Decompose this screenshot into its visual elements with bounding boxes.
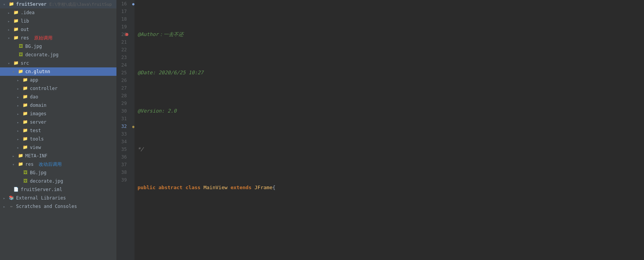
- code-area: 16 17 18 19 20 21 22 23 24 25 26 27 28 2…: [117, 0, 644, 260]
- scratches-label: Scratches and Consoles: [16, 204, 115, 209]
- sidebar-item-idea[interactable]: 📁 .idea: [0, 8, 116, 17]
- app-label: app: [30, 77, 115, 83]
- dao-label: dao: [30, 94, 115, 100]
- folder-icon-res-bottom: 📁: [18, 161, 24, 167]
- ln-27: 27: [117, 84, 129, 92]
- ln-35: 35: [117, 146, 129, 153]
- sidebar-item-src[interactable]: 📁 src: [0, 59, 116, 67]
- sidebar-item-app[interactable]: 📁 app: [0, 76, 116, 84]
- folder-icon-domain: 📁: [22, 102, 28, 108]
- code-line-19: */: [138, 146, 644, 153]
- arrow-tools: [17, 137, 22, 141]
- ln-21: 21: [117, 38, 129, 46]
- arrow-out: [8, 28, 13, 32]
- arrow-meta-inf: [12, 154, 18, 158]
- folder-icon-server: 📁: [22, 119, 28, 125]
- folder-icon-view: 📁: [22, 144, 28, 150]
- sidebar-item-scratches[interactable]: ✏️ Scratches and Consoles: [0, 202, 116, 211]
- sidebar-item-out[interactable]: 📁 out: [0, 25, 116, 34]
- ln-19: 19: [117, 23, 129, 31]
- folder-icon-idea: 📁: [13, 10, 19, 16]
- scratch-icon: ✏️: [8, 203, 15, 209]
- decorate-bottom-label: decorate.jpg: [30, 178, 115, 184]
- sidebar-item-decorate-bottom[interactable]: 🖼 decorate.jpg: [0, 177, 116, 185]
- file-tree[interactable]: 📁 fruitServer E:\学校\成品\Java\fruitSup 📁 .…: [0, 0, 117, 260]
- ln-22: 22: [117, 46, 129, 54]
- code-content[interactable]: @Author：一去不还 @Date: 2020/6/25 10:27 @Ver…: [134, 0, 644, 260]
- sidebar-item-iml[interactable]: 📄 fruitServer.iml: [0, 185, 116, 194]
- res-top-label: res 原始调用: [21, 35, 115, 41]
- arrow-lib: [8, 19, 13, 23]
- sidebar-item-lib[interactable]: 📁 lib: [0, 17, 116, 25]
- arrow-res-top: [8, 36, 13, 40]
- domain-label: domain: [30, 103, 115, 108]
- folder-icon-tools: 📁: [22, 136, 28, 142]
- sidebar-item-controller[interactable]: 📁 controller: [0, 84, 116, 93]
- sidebar-item-bg-top[interactable]: 🖼 BG.jpg: [0, 42, 116, 51]
- image-icon-decorate-top: 🖼: [18, 52, 24, 58]
- sidebar-item-server[interactable]: 📁 server: [0, 118, 116, 126]
- code-line-16: @Author：一去不还: [138, 31, 644, 38]
- image-icon-bg-bottom: 🖼: [22, 170, 28, 176]
- code-line-21: [138, 222, 644, 230]
- folder-icon-res-top: 📁: [13, 35, 19, 41]
- sidebar-item-view[interactable]: 📁 view: [0, 143, 116, 152]
- code-line-17: @Date: 2020/6/25 10:27: [138, 69, 644, 77]
- sidebar-item-res-bottom[interactable]: 📁 res 改动后调用: [0, 160, 116, 168]
- arrow-src: [8, 61, 13, 65]
- view-label: view: [30, 145, 115, 150]
- sidebar-item-decorate-top[interactable]: 🖼 decorate.jpg: [0, 51, 116, 59]
- arrow-idea: [8, 11, 13, 15]
- sidebar-item-dao[interactable]: 📁 dao: [0, 93, 116, 101]
- folder-icon-src: 📁: [13, 60, 19, 66]
- arrow-controller: [17, 87, 22, 91]
- ln-33: 33: [117, 130, 129, 138]
- res-bottom-label: res 改动后调用: [25, 161, 115, 168]
- images-label: images: [30, 111, 115, 116]
- sidebar-item-cn-glutnn[interactable]: 📁 cn.glutnn: [0, 67, 116, 76]
- lib-icon: 📚: [8, 195, 15, 201]
- iml-label: fruitServer.iml: [21, 187, 115, 192]
- ln-28: 28: [117, 92, 129, 100]
- folder-icon-out: 📁: [13, 26, 19, 33]
- folder-icon-root: 📁: [8, 1, 15, 7]
- iml-icon: 📄: [13, 186, 19, 193]
- ln-18: 18: [117, 15, 129, 23]
- ln-36: 36: [117, 153, 129, 161]
- folder-icon-app: 📁: [22, 77, 28, 83]
- ln-26: 26: [117, 77, 129, 84]
- folder-icon-lib: 📁: [13, 18, 19, 24]
- out-label: out: [21, 27, 115, 32]
- ln-32: 32: [117, 123, 129, 130]
- decorate-top-label: decorate.jpg: [25, 52, 115, 57]
- sidebar-item-meta-inf[interactable]: 📁 META-INF: [0, 152, 116, 160]
- sidebar-item-tools[interactable]: 📁 tools: [0, 135, 116, 143]
- ln-25: 25: [117, 69, 129, 77]
- res-top-badge: 原始调用: [34, 35, 52, 41]
- sidebar-item-images[interactable]: 📁 images: [0, 110, 116, 118]
- sidebar-item-root[interactable]: 📁 fruitServer E:\学校\成品\Java\fruitSup: [0, 0, 116, 8]
- folder-icon-controller: 📁: [22, 85, 28, 92]
- meta-inf-label: META-INF: [25, 153, 115, 159]
- image-icon-bg-top: 🖼: [18, 43, 24, 49]
- bg-bottom-label: BG.jpg: [30, 170, 115, 175]
- sidebar-item-domain[interactable]: 📁 domain: [0, 101, 116, 110]
- arrow-cn-glutnn: [12, 70, 18, 74]
- ln-38: 38: [117, 168, 129, 176]
- arrow-root: [3, 2, 8, 7]
- controller-label: controller: [30, 86, 115, 91]
- sidebar-item-res-top[interactable]: 📁 res 原始调用: [0, 34, 116, 42]
- ln-39: 39: [117, 176, 129, 184]
- res-bottom-badge: 改动后调用: [39, 162, 62, 167]
- sidebar-item-bg-bottom[interactable]: 🖼 BG.jpg: [0, 168, 116, 177]
- sidebar-item-external-libraries[interactable]: 📚 External Libraries: [0, 194, 116, 202]
- arrow-images: [17, 112, 22, 116]
- test-label: test: [30, 128, 115, 133]
- ln-24: 24: [117, 61, 129, 69]
- image-icon-decorate-bottom: 🖼: [22, 178, 28, 184]
- sidebar-item-test[interactable]: 📁 test: [0, 126, 116, 135]
- bg-top-label: BG.jpg: [25, 44, 115, 49]
- folder-icon-dao: 📁: [22, 94, 28, 100]
- arrow-external-libraries: [3, 196, 8, 200]
- ln-30: 30: [117, 107, 129, 115]
